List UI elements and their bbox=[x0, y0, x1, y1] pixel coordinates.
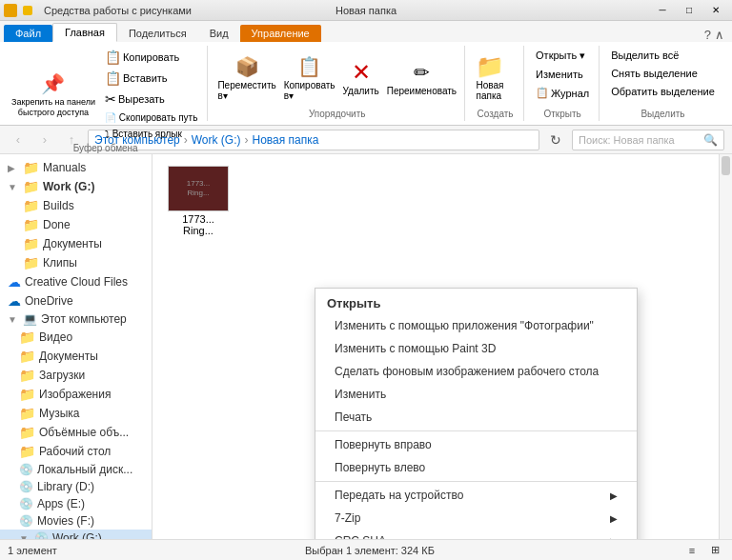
sidebar-label-apps: Apps (E:) bbox=[37, 497, 85, 510]
ctx-rotate-right[interactable]: Повернуть вправо bbox=[315, 433, 637, 456]
new-folder-button[interactable]: 📁 Новаяпапка bbox=[473, 51, 507, 103]
ctx-open-photos[interactable]: Изменить с помощью приложения "Фотографи… bbox=[315, 314, 637, 337]
sidebar-label-library: Library (D:) bbox=[37, 480, 94, 493]
sidebar-item-docs[interactable]: 📁 Документы bbox=[0, 234, 152, 253]
sidebar-item-onedrive[interactable]: ☁ OneDrive bbox=[0, 291, 152, 310]
path-part-current[interactable]: Новая папка bbox=[253, 133, 319, 147]
computer-icon: 💻 bbox=[23, 312, 37, 326]
arrow-7zip: ▶ bbox=[610, 513, 618, 524]
move-to-button[interactable]: 📦 Переместитьв▾ bbox=[215, 51, 277, 103]
sidebar-label-onedrive: OneDrive bbox=[25, 294, 73, 308]
close-button[interactable]: ✕ bbox=[703, 2, 728, 19]
copy-button[interactable]: 📋Копировать bbox=[101, 48, 202, 67]
cut-button[interactable]: ✂Вырезать bbox=[101, 90, 202, 109]
new-group: 📁 Новаяпапка Создать bbox=[467, 46, 524, 121]
refresh-button[interactable]: ↻ bbox=[545, 130, 566, 150]
ctx-7zip[interactable]: 7-Zip ▶ bbox=[315, 507, 637, 530]
cut-label: Вырезать bbox=[118, 93, 165, 105]
open-items: Открыть ▾ Изменить 📋 Журнал bbox=[532, 48, 593, 107]
sidebar-item-local[interactable]: 💿 Локальный диск... bbox=[0, 461, 152, 478]
tab-manage[interactable]: Управление bbox=[240, 25, 321, 42]
sidebar-item-clips[interactable]: 📁 Клипы bbox=[0, 253, 152, 272]
sidebar-item-creative[interactable]: ☁ Creative Cloud Files bbox=[0, 272, 152, 291]
app-icon bbox=[4, 4, 17, 17]
sidebar-item-manuals[interactable]: ▶ 📁 Manuals bbox=[0, 158, 152, 177]
help-icon[interactable]: ? bbox=[704, 28, 711, 42]
ctx-rotate-left[interactable]: Повернуть влево bbox=[315, 456, 637, 479]
sidebar-item-movies[interactable]: 💿 Movies (F:) bbox=[0, 512, 152, 530]
tab-file[interactable]: Файл bbox=[4, 25, 52, 42]
ctx-open-paint3d[interactable]: Изменить с помощью Paint 3D bbox=[315, 337, 637, 360]
minimize-button[interactable]: ─ bbox=[650, 2, 675, 19]
file-item-image[interactable]: 1773...Ring... 1773...Ring... bbox=[160, 162, 236, 240]
title-bar-controls: ─ □ ✕ bbox=[650, 2, 728, 19]
clipboard-sub: 📋Копировать 📋Вставить ✂Вырезать 📄 Скопир… bbox=[101, 48, 202, 141]
expand-icon-workG: ▼ bbox=[19, 533, 30, 540]
ctx-header: Открыть bbox=[315, 290, 637, 314]
history-button[interactable]: 📋 Журнал bbox=[532, 85, 593, 101]
select-all-button[interactable]: Выделить всё bbox=[607, 48, 682, 63]
copy-label: Копировать bbox=[123, 51, 179, 63]
sidebar-label-creative: Creative Cloud Files bbox=[25, 275, 128, 289]
open-label: Открыть ▾ bbox=[536, 50, 585, 62]
sidebar-item-computer[interactable]: ▼ 💻 Этот компьютер bbox=[0, 310, 152, 328]
rename-button[interactable]: ✏ Переименовать bbox=[385, 57, 458, 98]
copy-to-label: Копироватьв▾ bbox=[284, 80, 336, 101]
ribbon-controls: ? ∧ bbox=[697, 28, 732, 42]
thumb-content: 1773...Ring... bbox=[187, 179, 210, 197]
grid-view-button[interactable]: ⊞ bbox=[705, 543, 724, 558]
open-button[interactable]: Открыть ▾ bbox=[532, 48, 589, 64]
copy-path-button[interactable]: 📄 Скопировать путь bbox=[101, 110, 202, 125]
scrollbar-thumb[interactable] bbox=[722, 156, 730, 175]
expand-icon: ▶ bbox=[8, 163, 19, 173]
main-layout: ▶ 📁 Manuals ▼ 📁 Work (G:) 📁 Builds 📁 Don… bbox=[0, 154, 732, 539]
sidebar-item-images[interactable]: 📁 Изображения bbox=[0, 385, 152, 404]
search-icon[interactable]: 🔍 bbox=[703, 133, 718, 147]
sidebar-item-downloads[interactable]: 📁 Загрузки bbox=[0, 366, 152, 385]
sidebar-item-apps[interactable]: 💿 Apps (E:) bbox=[0, 495, 152, 512]
sidebar-item-3d[interactable]: 📁 Объёмные объ... bbox=[0, 423, 152, 442]
onedrive-icon: ☁ bbox=[8, 293, 21, 309]
ctx-edit[interactable]: Изменить bbox=[315, 383, 637, 406]
sidebar-item-builds[interactable]: 📁 Builds bbox=[0, 196, 152, 215]
tab-share[interactable]: Поделиться bbox=[117, 25, 198, 42]
delete-button[interactable]: ✕ Удалить bbox=[341, 57, 381, 98]
expand-icon-computer: ▼ bbox=[8, 314, 19, 325]
ctx-set-wallpaper[interactable]: Сделать фоновым изображением рабочего ст… bbox=[315, 360, 637, 383]
sidebar-item-documents[interactable]: 📁 Документы bbox=[0, 347, 152, 366]
new-folder-label: Новаяпапка bbox=[477, 80, 504, 101]
sidebar-item-video[interactable]: 📁 Видео bbox=[0, 328, 152, 347]
view-controls: ≡ ⊞ bbox=[682, 543, 724, 558]
search-box[interactable]: Поиск: Новая папка 🔍 bbox=[572, 130, 724, 150]
new-label: Создать bbox=[473, 107, 518, 119]
sidebar-item-workG[interactable]: ▼ 💿 Work (G:) bbox=[0, 530, 152, 539]
ctx-crc[interactable]: CRC SHA ▶ bbox=[315, 530, 637, 539]
paste-shortcut-button[interactable]: ⤵ Вставить ярлык bbox=[101, 127, 202, 141]
search-placeholder: Поиск: Новая папка bbox=[579, 134, 700, 146]
list-view-button[interactable]: ≡ bbox=[682, 543, 702, 558]
paste-button[interactable]: 📋Вставить bbox=[101, 69, 202, 88]
sidebar-item-done[interactable]: 📁 Done bbox=[0, 215, 152, 234]
tab-view[interactable]: Вид bbox=[198, 25, 240, 42]
tab-home[interactable]: Главная bbox=[52, 23, 117, 42]
deselect-button[interactable]: Снять выделение bbox=[607, 66, 702, 81]
scrollbar[interactable] bbox=[719, 154, 732, 539]
pin-to-quick-button[interactable]: 📌 Закрепить на панелибыстрого доступа bbox=[10, 69, 97, 120]
status-left: 1 элемент bbox=[8, 545, 57, 556]
folder-icon-builds: 📁 bbox=[23, 198, 39, 213]
sidebar-item-library[interactable]: 💿 Library (D:) bbox=[0, 478, 152, 495]
sidebar-label-done: Done bbox=[43, 218, 71, 231]
sidebar-item-work[interactable]: ▼ 📁 Work (G:) bbox=[0, 177, 152, 196]
collapse-icon[interactable]: ∧ bbox=[715, 28, 724, 42]
copy-to-button[interactable]: 📋 Копироватьв▾ bbox=[282, 51, 337, 103]
ctx-print[interactable]: Печать bbox=[315, 406, 637, 429]
ctx-send-device[interactable]: Передать на устройство ▶ bbox=[315, 484, 637, 507]
sidebar-label-documents: Документы bbox=[39, 350, 98, 363]
file-thumbnail: 1773...Ring... bbox=[168, 166, 229, 211]
sidebar-item-desktop[interactable]: 📁 Рабочий стол bbox=[0, 442, 152, 461]
maximize-button[interactable]: □ bbox=[677, 2, 702, 19]
edit-button[interactable]: Изменить bbox=[532, 67, 587, 82]
invert-selection-button[interactable]: Обратить выделение bbox=[607, 84, 719, 99]
sidebar-item-music[interactable]: 📁 Музыка bbox=[0, 404, 152, 423]
history-icon: 📋 bbox=[536, 87, 549, 99]
